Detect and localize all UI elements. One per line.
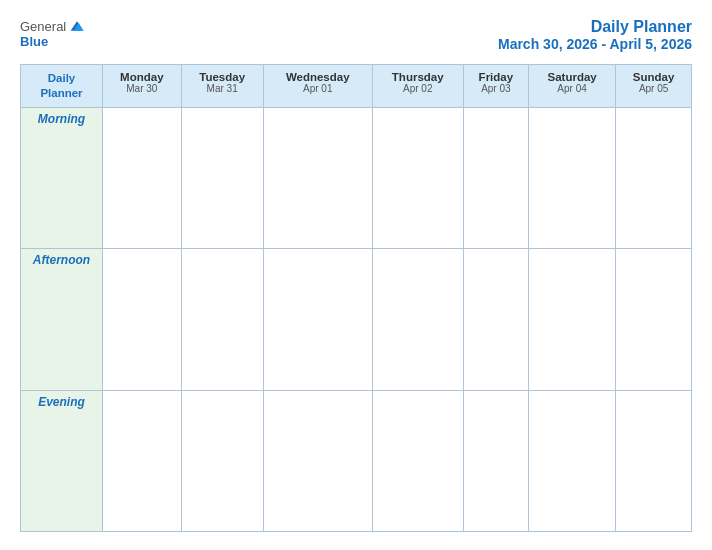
morning-saturday[interactable]	[528, 107, 615, 248]
header-tuesday: Tuesday Mar 31	[181, 65, 263, 108]
header-daily-planner: Daily Planner	[21, 65, 103, 108]
afternoon-label: Afternoon	[21, 249, 103, 390]
evening-row: Evening	[21, 390, 692, 531]
header-friday: Friday Apr 03	[463, 65, 528, 108]
planner-title: Daily Planner	[498, 18, 692, 36]
morning-friday[interactable]	[463, 107, 528, 248]
header-saturday: Saturday Apr 04	[528, 65, 615, 108]
header-wednesday: Wednesday Apr 01	[263, 65, 372, 108]
afternoon-sunday[interactable]	[616, 249, 692, 390]
logo-area: General Blue	[20, 18, 85, 49]
planner-dates: March 30, 2026 - April 5, 2026	[498, 36, 692, 52]
logo-blue-text: Blue	[20, 34, 48, 49]
afternoon-row: Afternoon	[21, 249, 692, 390]
afternoon-tuesday[interactable]	[181, 249, 263, 390]
morning-sunday[interactable]	[616, 107, 692, 248]
top-header: General Blue Daily Planner March 30, 202…	[20, 18, 692, 52]
logo-icon	[69, 18, 85, 34]
title-area: Daily Planner March 30, 2026 - April 5, …	[498, 18, 692, 52]
morning-thursday[interactable]	[372, 107, 463, 248]
evening-wednesday[interactable]	[263, 390, 372, 531]
table-header-row: Daily Planner Monday Mar 30 Tuesday Mar …	[21, 65, 692, 108]
evening-saturday[interactable]	[528, 390, 615, 531]
afternoon-thursday[interactable]	[372, 249, 463, 390]
planner-table: Daily Planner Monday Mar 30 Tuesday Mar …	[20, 64, 692, 532]
morning-wednesday[interactable]	[263, 107, 372, 248]
header-sunday: Sunday Apr 05	[616, 65, 692, 108]
morning-row: Morning	[21, 107, 692, 248]
evening-monday[interactable]	[103, 390, 182, 531]
afternoon-saturday[interactable]	[528, 249, 615, 390]
morning-tuesday[interactable]	[181, 107, 263, 248]
evening-thursday[interactable]	[372, 390, 463, 531]
afternoon-monday[interactable]	[103, 249, 182, 390]
afternoon-friday[interactable]	[463, 249, 528, 390]
evening-tuesday[interactable]	[181, 390, 263, 531]
afternoon-wednesday[interactable]	[263, 249, 372, 390]
evening-label: Evening	[21, 390, 103, 531]
header-monday: Monday Mar 30	[103, 65, 182, 108]
logo-general: General	[20, 19, 66, 34]
header-thursday: Thursday Apr 02	[372, 65, 463, 108]
morning-label: Morning	[21, 107, 103, 248]
evening-sunday[interactable]	[616, 390, 692, 531]
logo-text: General	[20, 18, 85, 34]
evening-friday[interactable]	[463, 390, 528, 531]
morning-monday[interactable]	[103, 107, 182, 248]
